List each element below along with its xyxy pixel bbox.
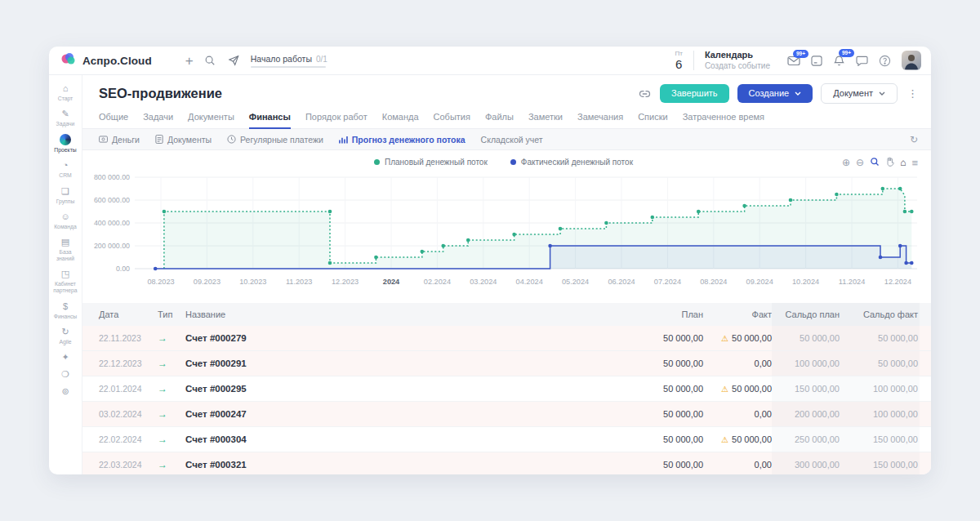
row-invoice-name[interactable]: Счет #000304	[185, 427, 605, 452]
table-row[interactable]: 22.11.2023→Счет #00027950 000,00⚠50 000,…	[82, 326, 931, 351]
sidebar-item-label: CRM	[59, 172, 71, 179]
sidebar-item-crm[interactable]: ◔CRM	[49, 160, 82, 179]
row-invoice-name[interactable]: Счет #000295	[185, 376, 605, 401]
zoom-out-icon[interactable]: ⊖	[856, 158, 864, 167]
col-date[interactable]: Дата	[99, 303, 158, 326]
finish-button[interactable]: Завершить	[660, 84, 728, 103]
sidebar-item-knowledge-base[interactable]: ▤База знаний	[49, 237, 82, 262]
sidebar-item-start[interactable]: ⌂Старт	[49, 83, 82, 102]
income-arrow-icon: →	[158, 376, 185, 401]
zoom-in-icon[interactable]: ⊕	[842, 158, 850, 167]
y-tick-label: 400 000.00	[94, 219, 130, 227]
x-tick-label: 02.2024	[424, 278, 451, 286]
left-sidebar: ⌂Старт✎ЗадачиПроекты◔CRM❏Группы☺Команда▤…	[49, 75, 82, 474]
row-invoice-name[interactable]: Счет #000291	[185, 351, 605, 376]
bell-icon[interactable]: 99+	[833, 55, 845, 67]
table-row[interactable]: 22.02.2024→Счет #00030450 000,00⚠50 000,…	[82, 427, 931, 452]
help-icon[interactable]	[879, 55, 891, 67]
sidebar-item-agile[interactable]: ↻Agile	[49, 327, 82, 345]
sidebar-item-extra-2[interactable]: ❍	[49, 369, 82, 380]
refresh-icon[interactable]: ↻	[910, 134, 918, 145]
mail-icon[interactable]: 99+	[787, 56, 800, 66]
sidebar-item-groups[interactable]: ❏Группы	[49, 186, 82, 205]
sidebar-item-tasks[interactable]: ✎Задачи	[49, 109, 82, 127]
cash-flow-chart[interactable]: 800 000.00600 000.00400 000.00200 000.00…	[87, 171, 920, 293]
tab-Заметки[interactable]: Заметки	[528, 112, 563, 129]
tab-Списки[interactable]: Списки	[638, 112, 668, 129]
subtab-Регулярные платежи[interactable]: Регулярные платежи	[227, 135, 323, 145]
link-icon[interactable]	[638, 89, 652, 99]
chart-menu-icon[interactable]: ≡	[911, 158, 918, 168]
subtab-Документы[interactable]: Документы	[155, 135, 212, 145]
create-button[interactable]: Создание	[737, 84, 813, 103]
row-invoice-name[interactable]: Счет #000247	[185, 402, 605, 426]
table-row[interactable]: 22.12.2023→Счет #00029150 000,000,00100 …	[82, 351, 931, 376]
sidebar-item-projects[interactable]: Проекты	[49, 134, 82, 154]
notes-icon[interactable]	[811, 56, 822, 66]
extra-2-icon: ❍	[61, 369, 69, 380]
row-fact: 0,00	[703, 351, 772, 376]
document-icon	[155, 135, 163, 144]
sidebar-item-partner-cabinet[interactable]: ◳Кабинет партнера	[49, 269, 82, 294]
table-row[interactable]: 22.01.2024→Счет #00029550 000,00⚠50 000,…	[82, 376, 931, 402]
tab-Команда[interactable]: Команда	[382, 112, 419, 129]
sidebar-item-extra-3[interactable]: ⊚	[49, 386, 82, 397]
tab-Общие[interactable]: Общие	[99, 112, 128, 129]
col-saldo-plan[interactable]: Сальдо план	[772, 303, 841, 326]
row-invoice-name[interactable]: Счет #000321	[185, 452, 605, 474]
tab-Замечания[interactable]: Замечания	[577, 112, 623, 129]
top-bar: Аспро.Cloud + Начало работы 0/1 Пт 6 Кал…	[49, 47, 931, 75]
sidebar-item-team[interactable]: ☺Команда	[49, 212, 82, 230]
search-icon[interactable]	[204, 55, 216, 66]
row-saldo-plan: 50 000,00	[772, 326, 841, 350]
legend-plan[interactable]: Плановый денежный поток	[374, 158, 488, 167]
add-icon[interactable]: +	[185, 54, 194, 68]
onboarding-label: Начало работы	[251, 54, 312, 64]
onboarding-progress[interactable]: Начало работы 0/1	[251, 54, 327, 68]
reset-view-icon[interactable]: ⌂	[900, 158, 906, 167]
create-button-label: Создание	[749, 89, 790, 98]
finish-button-label: Завершить	[671, 89, 717, 98]
row-invoice-name[interactable]: Счет #000279	[185, 326, 605, 350]
more-actions-icon[interactable]: ⋮	[906, 87, 920, 100]
chat-icon[interactable]	[856, 56, 868, 66]
sidebar-item-extra-1[interactable]: ✦	[49, 352, 82, 363]
user-avatar[interactable]	[902, 51, 921, 70]
col-fact[interactable]: Факт	[703, 303, 772, 326]
row-saldo-fact: 100 000,00	[841, 402, 920, 426]
mail-badge: 99+	[793, 50, 808, 59]
today-date[interactable]: Пт 6	[675, 51, 682, 70]
brand[interactable]: Аспро.Cloud	[60, 52, 152, 69]
tab-Документы[interactable]: Документы	[188, 112, 234, 129]
row-saldo-plan: 250 000,00	[772, 427, 841, 452]
sidebar-item-finance[interactable]: $Финансы	[49, 301, 82, 320]
legend-fact[interactable]: Фактический денежный поток	[510, 158, 633, 167]
sidebar-item-label: Старт	[58, 96, 73, 102]
table-row[interactable]: 22.03.2024→Счет #00032150 000,000,00300 …	[82, 452, 931, 474]
sidebar-item-label: Проекты	[54, 147, 76, 154]
tab-Финансы[interactable]: Финансы	[249, 112, 291, 129]
subtab-Прогноз денежного потока[interactable]: Прогноз денежного потока	[339, 135, 466, 145]
subtab-label: Деньги	[112, 135, 140, 145]
tab-Задачи[interactable]: Задачи	[143, 112, 173, 129]
tab-Затраченное время[interactable]: Затраченное время	[683, 112, 764, 129]
subtab-Складской учет[interactable]: Складской учет	[481, 135, 543, 145]
tab-События[interactable]: События	[434, 112, 470, 129]
onboarding-plane-icon[interactable]	[228, 55, 240, 66]
col-type[interactable]: Тип	[158, 303, 185, 326]
document-button[interactable]: Документ	[821, 83, 898, 104]
box-zoom-icon[interactable]	[870, 157, 880, 168]
table-row[interactable]: 03.02.2024→Счет #00024750 000,000,00200 …	[82, 402, 931, 427]
col-name[interactable]: Название	[185, 303, 605, 326]
y-tick-label: 200 000.00	[94, 242, 130, 250]
tab-Файлы[interactable]: Файлы	[485, 112, 514, 129]
calendar-shortcut[interactable]: Календарь Создать событие	[705, 50, 770, 71]
tab-Порядок работ[interactable]: Порядок работ	[305, 112, 368, 129]
pan-icon[interactable]	[885, 157, 894, 168]
subtab-Деньги[interactable]: Деньги	[99, 135, 140, 145]
x-tick-label: 08.2023	[147, 278, 174, 286]
col-saldo-fact[interactable]: Сальдо факт	[841, 303, 920, 326]
y-tick-label: 0.00	[116, 265, 130, 273]
x-tick-label: 10.2023	[239, 278, 266, 286]
col-plan[interactable]: План	[605, 303, 703, 326]
